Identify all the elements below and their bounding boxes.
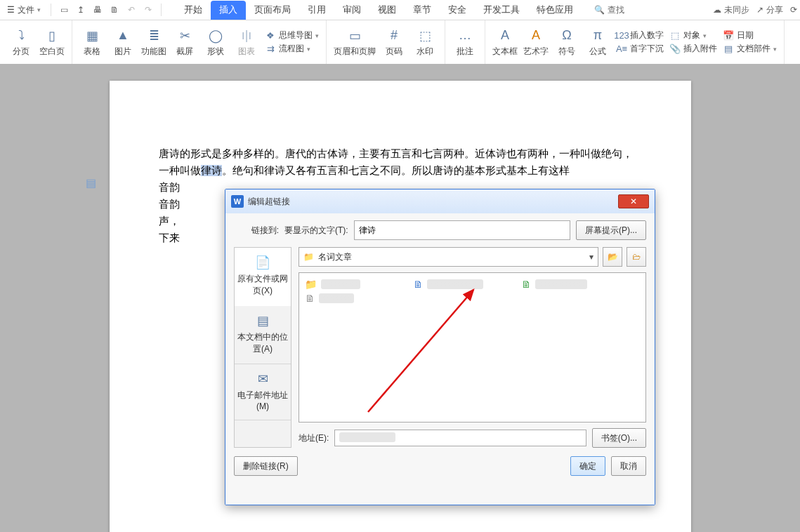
file-icon: 📄 [255,255,270,270]
menu-button[interactable]: ☰文件▾ [3,3,45,18]
wordart-icon: A [527,27,544,44]
screenshot-button[interactable]: ✂截屏 [169,25,200,60]
address-input[interactable] [334,430,586,446]
close-button[interactable]: ✕ [618,194,649,208]
doc-icon: 🗎 [413,279,423,290]
mail-icon: ✉ [258,371,268,387]
bookmark-button[interactable]: 书签(O)... [592,428,646,448]
doc-icon: 🗎 [305,293,315,304]
equation-button[interactable]: π公式 [582,25,613,60]
browse-folder-button[interactable]: 🗁 [627,247,646,267]
ribbon: ⤵分页 ▯空白页 ▦表格 ▲图片 ≣功能图 ✂截屏 ◯形状 ı|ı图表 ❖思维导… [0,20,800,65]
list-item[interactable]: 📁xxxxxxxx [303,277,412,291]
tab-view[interactable]: 视图 [369,1,405,20]
tab-home[interactable]: 开始 [176,1,211,20]
wordart-button[interactable]: A艺术字 [520,25,551,60]
chart-icon: ı|ı [238,27,255,44]
quick-preview-icon[interactable]: 🗎 [107,3,122,17]
page-number-button[interactable]: #页码 [379,25,409,60]
attachment-button[interactable]: 📎插入附件 [669,43,717,55]
folder-icon: 📁 [303,252,314,262]
chevron-down-icon: ▾ [589,252,594,262]
tab-insert[interactable]: 插入 [211,1,246,20]
linkto-nav: 📄原有文件或网页(X) ▤本文档中的位置(A) ✉电子邮件地址(M) [234,247,291,448]
comment-button[interactable]: …批注 [450,25,480,60]
page-marker-icon: ▤ [86,176,96,189]
object-icon: ⬚ [669,30,681,41]
blank-page-button[interactable]: ▯空白页 [37,25,67,60]
search-box[interactable]: 🔍查找 [594,4,624,16]
tab-review[interactable]: 审阅 [334,1,369,20]
page-break-icon: ⤵ [13,27,29,44]
calendar-icon: 📅 [723,30,734,41]
tab-special[interactable]: 特色应用 [528,1,582,20]
more-icon[interactable]: ⟳ [790,5,797,15]
svg-line-0 [368,290,473,412]
docparts-button[interactable]: ▤文档部件 ▾ [723,43,777,55]
insert-number-button[interactable]: 123插入数字 [616,29,664,41]
tab-references[interactable]: 引用 [299,1,334,20]
tab-developer[interactable]: 开发工具 [475,1,528,20]
smartart-icon: ≣ [145,27,162,44]
list-item[interactable]: 🗎xxxxxxxxxxx [520,277,628,291]
selected-text: 律诗 [201,165,222,176]
menubar: ☰文件▾ ▭ ↥ 🖶 🗎 ↶ ↷ 开始 插入 页面布局 引用 审阅 视图 章节 … [0,0,800,20]
date-button[interactable]: 📅日期 [723,29,777,41]
table-icon: ▦ [84,27,100,44]
search-icon: 🔍 [594,5,605,15]
textbox-icon: A [497,27,513,44]
paperclip-icon: 📎 [669,44,681,55]
open-folder-icon: 🗁 [632,252,641,262]
table-button[interactable]: ▦表格 [77,25,107,60]
object-button[interactable]: ⬚对象 ▾ [669,29,717,41]
link-placeindoc[interactable]: ▤本文档中的位置(A) [235,306,291,364]
display-text-input[interactable] [354,220,570,240]
picture-button[interactable]: ▲图片 [107,25,138,60]
folder-select[interactable]: 📁 名词文章 ▾ [299,247,598,267]
mindmap-icon: ❖ [265,30,276,41]
annotation-arrow-icon [361,286,516,426]
sync-button[interactable]: ☁未同步 [713,4,749,16]
watermark-button[interactable]: ⬚水印 [409,25,440,60]
header-icon: ▭ [346,27,363,44]
link-email[interactable]: ✉电子邮件地址(M) [235,364,291,420]
flowchart-button[interactable]: ⇉流程图 ▾ [265,43,319,55]
dropcap-button[interactable]: A≡首字下沉 [616,43,664,55]
link-existing[interactable]: 📄原有文件或网页(X) [235,248,291,306]
cancel-button[interactable]: 取消 [611,456,646,476]
dialog-titlebar[interactable]: W 编辑超链接 ✕ [225,189,655,214]
shape-button[interactable]: ◯形状 [200,25,231,60]
paging-button[interactable]: ⤵分页 [6,25,37,60]
docparts-icon: ▤ [723,44,734,55]
tab-layout[interactable]: 页面布局 [246,1,299,20]
flowchart-icon: ⇉ [265,44,276,55]
shape-icon: ◯ [207,27,224,44]
header-footer-button[interactable]: ▭页眉和页脚 [331,25,379,60]
up-folder-button[interactable]: 📂 [603,247,622,267]
mindmap-button[interactable]: ❖思维导图 ▾ [265,29,319,41]
remove-link-button[interactable]: 删除链接(R) [234,456,298,476]
list-item[interactable]: 🗎xxxxxxx [303,291,412,305]
list-item[interactable]: 🗎xxxxxxxxxxxx [412,277,520,291]
number-icon: # [386,27,402,44]
file-list[interactable]: 📁xxxxxxxx 🗎xxxxxxxxxxxx 🗎xxxxxxxxxxx 🗎xx… [299,272,646,423]
textbox-button[interactable]: A文本框 [490,25,520,60]
tab-security[interactable]: 安全 [440,1,475,20]
display-label: 要显示的文字(T): [284,225,348,237]
symbol-button[interactable]: Ω符号 [551,25,582,60]
watermark-icon: ⬚ [417,27,433,44]
equation-icon: π [589,27,606,44]
quick-open-icon[interactable]: ▭ [57,3,71,17]
quick-new-icon[interactable]: ↥ [74,3,88,17]
screen-tip-button[interactable]: 屏幕提示(P)... [576,220,646,240]
chart-button[interactable]: ı|ı图表 [231,25,262,60]
screenshot-icon: ✂ [176,27,193,44]
undo-icon[interactable]: ↶ [124,3,138,17]
share-button[interactable]: ↗分享 [756,4,783,16]
tab-section[interactable]: 章节 [405,1,440,20]
redo-icon[interactable]: ↷ [141,3,155,17]
app-icon: W [231,195,244,208]
quick-print-icon[interactable]: 🖶 [91,3,105,17]
smartart-button[interactable]: ≣功能图 [138,25,169,60]
ok-button[interactable]: 确定 [570,456,605,476]
